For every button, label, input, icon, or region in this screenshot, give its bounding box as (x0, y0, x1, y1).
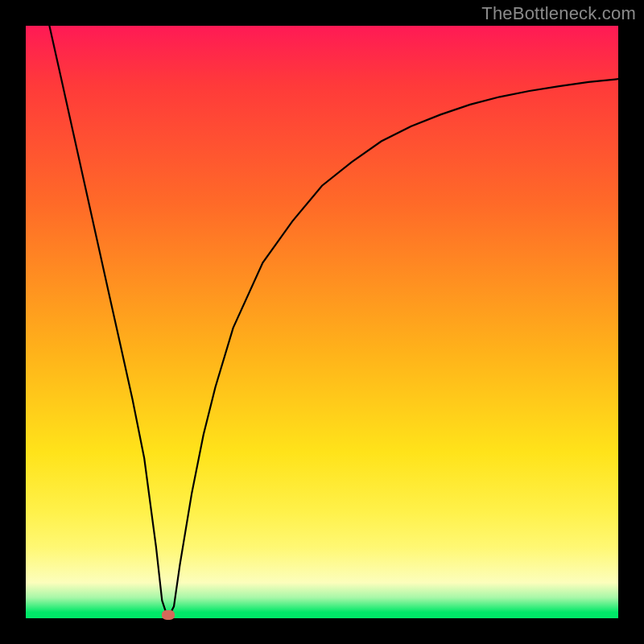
attribution-label: TheBottleneck.com (481, 3, 636, 24)
optimum-marker (162, 610, 175, 620)
chart-container: TheBottleneck.com (0, 0, 644, 644)
bottleneck-curve (26, 26, 618, 618)
curve-path (49, 26, 618, 618)
plot-area (26, 26, 618, 618)
